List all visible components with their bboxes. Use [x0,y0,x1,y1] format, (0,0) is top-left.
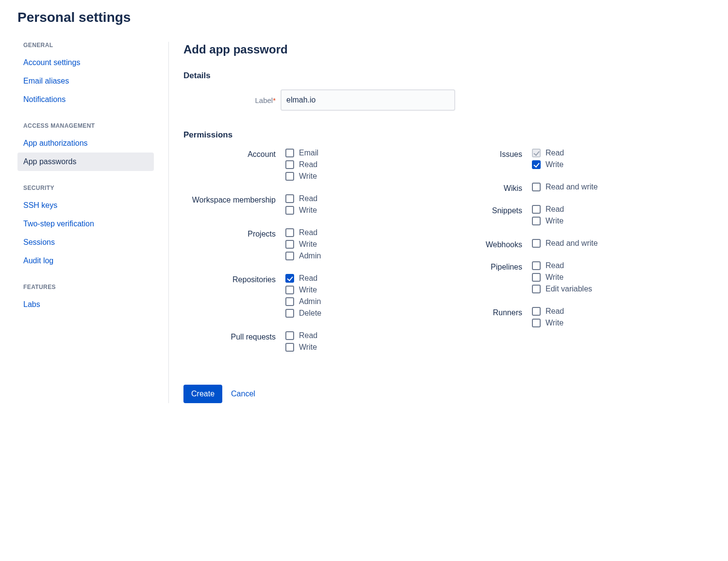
perm-option-label: Read [299,194,317,203]
perm-group-pipelines: PipelinesReadWriteEdit variables [457,261,711,296]
perm-option-label: Read [299,228,317,237]
perm-option-label: Write [546,217,563,225]
perm-option-email[interactable]: Email [285,149,437,157]
perm-group-options: ReadWrite [532,205,711,228]
perm-group-wikis: WikisRead and write [457,183,711,194]
sidebar-section-heading: FEATURES [17,284,154,290]
perm-option-write[interactable]: Write [532,160,711,169]
sidebar-item-labs[interactable]: Labs [17,295,154,314]
perm-group-label: Pull requests [183,331,285,355]
perm-option-read-and-write[interactable]: Read and write [532,183,711,191]
checkbox[interactable] [532,205,541,214]
label-field-row: Label* [183,89,711,111]
perm-group-options: ReadWriteAdminDelete [285,274,437,321]
perm-option-label: Write [546,160,563,169]
button-row: Create Cancel [183,385,711,403]
checkbox[interactable] [285,240,294,249]
checkbox[interactable] [285,343,294,352]
perm-option-label: Edit variables [546,285,592,293]
perm-option-delete[interactable]: Delete [285,309,437,318]
perm-option-write[interactable]: Write [532,273,711,282]
perm-option-write[interactable]: Write [285,343,437,352]
perm-option-edit-variables[interactable]: Edit variables [532,285,711,293]
perm-option-write[interactable]: Write [532,319,711,327]
sidebar-item-email-aliases[interactable]: Email aliases [17,72,154,90]
create-button[interactable]: Create [183,385,222,403]
checkbox[interactable] [285,286,294,294]
perm-option-read[interactable]: Read [532,261,711,270]
sidebar-section-heading: ACCESS MANAGEMENT [17,122,154,129]
perm-option-read-and-write[interactable]: Read and write [532,239,711,248]
checkbox[interactable] [285,149,294,157]
perm-group-options: ReadWrite [285,331,437,355]
perm-option-read[interactable]: Read [532,205,711,214]
sidebar-item-two-step-verification[interactable]: Two-step verification [17,215,154,233]
perm-group-label: Workspace membership [183,194,285,218]
perm-option-read[interactable]: Read [532,307,711,316]
permissions-container: AccountEmailReadWriteWorkspace membershi… [183,149,711,365]
perm-option-read[interactable]: Read [285,331,437,340]
checkbox[interactable] [285,252,294,260]
checkbox[interactable] [285,172,294,181]
perm-option-read[interactable]: Read [285,194,437,203]
checkbox[interactable] [532,319,541,327]
main-content: Add app password Details Label* Permissi… [169,42,711,403]
sidebar-item-audit-log[interactable]: Audit log [17,252,154,270]
checkbox[interactable] [532,307,541,316]
checkbox[interactable] [285,297,294,306]
perm-group-pull-requests: Pull requestsReadWrite [183,331,437,355]
perm-option-admin[interactable]: Admin [285,252,437,260]
perm-group-label: Repositories [183,274,285,321]
perm-group-label: Snippets [457,205,532,228]
perm-option-label: Write [546,319,563,327]
perm-option-write[interactable]: Write [285,286,437,294]
sidebar-item-account-settings[interactable]: Account settings [17,53,154,72]
perm-option-label: Read [299,274,317,283]
perm-group-label: Account [183,149,285,184]
sidebar-item-app-authorizations[interactable]: App authorizations [17,134,154,153]
perm-option-read[interactable]: Read [285,160,437,169]
checkbox[interactable] [532,273,541,282]
checkbox[interactable] [285,194,294,203]
checkbox[interactable] [285,274,294,283]
checkbox[interactable] [532,285,541,293]
perm-group-options: Read and write [532,239,711,251]
label-input[interactable] [281,89,455,111]
perm-option-label: Read [546,307,564,316]
cancel-button[interactable]: Cancel [231,390,255,398]
perm-option-write[interactable]: Write [532,217,711,225]
perm-option-read[interactable]: Read [285,228,437,237]
checkbox[interactable] [532,261,541,270]
perm-option-label: Read [299,331,317,340]
sidebar: GENERALAccount settingsEmail aliasesNoti… [17,42,169,403]
perm-option-write[interactable]: Write [285,240,437,249]
perm-group-projects: ProjectsReadWriteAdmin [183,228,437,263]
perm-group-options: ReadWriteAdmin [285,228,437,263]
perm-group-runners: RunnersReadWrite [457,307,711,330]
perm-group-issues: IssuesReadWrite [457,149,711,172]
checkbox[interactable] [532,217,541,225]
perm-option-label: Read [546,149,564,157]
checkbox[interactable] [285,206,294,215]
checkbox[interactable] [532,239,541,248]
checkbox[interactable] [285,160,294,169]
perm-option-label: Write [299,172,317,181]
sidebar-item-sessions[interactable]: Sessions [17,233,154,252]
perm-option-label: Read [546,261,564,270]
checkbox[interactable] [285,228,294,237]
checkbox[interactable] [285,331,294,340]
perm-option-admin[interactable]: Admin [285,297,437,306]
perm-option-read[interactable]: Read [285,274,437,283]
sidebar-item-ssh-keys[interactable]: SSH keys [17,196,154,215]
perm-option-label: Write [546,273,563,282]
sidebar-item-notifications[interactable]: Notifications [17,90,154,109]
checkbox[interactable] [285,309,294,318]
checkbox[interactable] [532,183,541,191]
sidebar-item-app-passwords[interactable]: App passwords [17,153,154,171]
perm-option-write[interactable]: Write [285,172,437,181]
perm-option-write[interactable]: Write [285,206,437,215]
label-field-label: Label* [183,96,281,104]
perm-group-options: ReadWrite [532,307,711,330]
checkbox[interactable] [532,160,541,169]
perm-group-options: ReadWrite [532,149,711,172]
